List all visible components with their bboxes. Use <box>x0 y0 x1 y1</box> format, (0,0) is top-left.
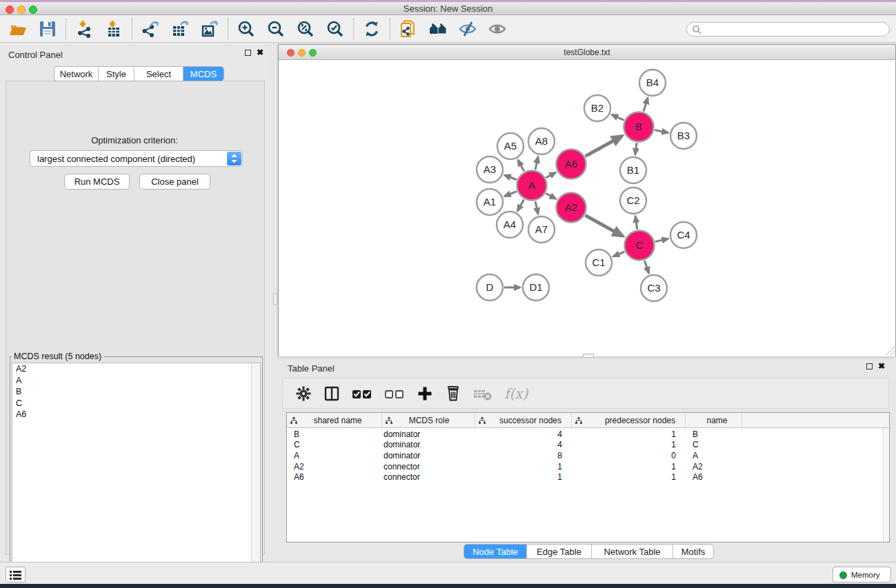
node-B1[interactable]: B1 <box>620 157 646 183</box>
edge-A-A6 <box>546 172 556 178</box>
svg-text:B1: B1 <box>627 164 639 176</box>
table-cell: A6 <box>686 472 742 483</box>
tab-select[interactable]: Select <box>135 67 183 81</box>
import-table-icon[interactable] <box>105 20 123 38</box>
edge-A-A5 <box>518 160 524 171</box>
node-A5[interactable]: A5 <box>497 133 524 159</box>
network-view-window[interactable]: testGlobe.txt AA1A2A3A4A5A6A7A8BB1B2B3B4… <box>278 44 896 356</box>
network-graph: AA1A2A3A4A5A6A7A8BB1B2B3B4CC1C2C3C4DD1 <box>279 60 895 356</box>
export-network-icon[interactable] <box>141 20 159 38</box>
memory-label: Memory <box>851 571 880 579</box>
app-title: Session: New Session <box>0 3 896 14</box>
column-header-successor-nodes[interactable]: successor nodes <box>475 413 572 427</box>
app-titlebar[interactable]: Session: New Session <box>0 2 896 15</box>
table-row[interactable]: Cdominator41C <box>287 439 889 450</box>
column-header-MCDS-role[interactable]: MCDS role <box>382 413 475 427</box>
export-image-icon[interactable] <box>201 20 219 38</box>
save-session-icon[interactable] <box>39 20 57 38</box>
result-list-item[interactable]: A6 <box>12 409 260 420</box>
column-header-shared-name[interactable]: shared name <box>287 413 382 427</box>
result-list-scrollbar[interactable] <box>251 363 260 588</box>
function-builder-icon[interactable]: f(x) <box>504 385 528 402</box>
table-cell: 0 <box>572 449 686 460</box>
network-window-title: testGlobe.txt <box>279 48 895 57</box>
network-window-titlebar[interactable]: testGlobe.txt <box>279 45 895 60</box>
edge-A-A3 <box>505 175 517 180</box>
node-B[interactable]: B <box>624 112 654 142</box>
node-C3[interactable]: C3 <box>641 275 667 301</box>
import-network-icon[interactable] <box>75 20 93 38</box>
table-row[interactable]: Adominator80A <box>287 449 889 460</box>
delete-column-icon[interactable] <box>445 385 461 402</box>
float-table-panel-icon[interactable] <box>866 363 873 369</box>
node-A2[interactable]: A2 <box>557 193 586 223</box>
node-A4[interactable]: A4 <box>497 212 523 238</box>
close-panel-icon[interactable]: ✖ <box>257 49 263 56</box>
result-list-item[interactable]: B <box>12 386 260 398</box>
result-list-item[interactable]: A2 <box>12 363 260 375</box>
table-row[interactable]: A2connector11A2 <box>287 460 889 472</box>
node-A3[interactable]: A3 <box>477 156 503 183</box>
refresh-icon[interactable] <box>363 20 381 38</box>
node-A7[interactable]: A7 <box>528 216 555 243</box>
tab-mcds[interactable]: MCDS <box>183 67 223 81</box>
node-table-body: Bdominator41BCdominator41CAdominator80AA… <box>287 428 889 482</box>
node-C4[interactable]: C4 <box>670 222 697 248</box>
node-B3[interactable]: B3 <box>670 123 697 149</box>
node-C2[interactable]: C2 <box>620 187 646 214</box>
table-row[interactable]: A6connector11A6 <box>287 472 889 483</box>
node-A[interactable]: A <box>517 171 547 201</box>
close-panel-button[interactable]: Close panel <box>139 174 210 190</box>
float-panel-icon[interactable] <box>245 50 251 56</box>
run-mcds-button[interactable]: Run MCDS <box>64 174 130 190</box>
hide-graphics-details-icon[interactable] <box>459 20 477 38</box>
node-A6[interactable]: A6 <box>557 150 586 179</box>
close-table-panel-icon[interactable]: ✖ <box>878 363 885 369</box>
desktop-background-strip <box>0 584 896 588</box>
table-row[interactable]: Bdominator41B <box>287 428 889 439</box>
tab-motifs[interactable]: Motifs <box>673 545 713 558</box>
column-visibility-icon[interactable] <box>323 385 340 402</box>
result-list-item[interactable]: C <box>12 398 260 409</box>
memory-button[interactable]: Memory <box>833 567 891 582</box>
node-A1[interactable]: A1 <box>477 189 503 215</box>
node-B2[interactable]: B2 <box>584 95 610 121</box>
search-input[interactable] <box>686 22 890 37</box>
vertical-split-handle[interactable] <box>273 294 277 305</box>
network-canvas[interactable]: AA1A2A3A4A5A6A7A8BB1B2B3B4CC1C2C3C4DD1 <box>279 60 895 356</box>
node-D[interactable]: D <box>477 274 503 301</box>
table-scrollbar[interactable] <box>883 428 889 542</box>
node-C1[interactable]: C1 <box>586 250 612 276</box>
delete-table-icon[interactable] <box>473 385 492 402</box>
houses-icon[interactable] <box>429 20 447 38</box>
table-settings-gear-icon[interactable] <box>295 385 312 402</box>
tab-network[interactable]: Network <box>54 67 99 81</box>
zoom-fit-icon[interactable] <box>297 20 315 38</box>
node-B4[interactable]: B4 <box>639 70 666 96</box>
column-header-name[interactable]: name <box>686 413 742 427</box>
export-table-icon[interactable] <box>171 20 189 38</box>
tab-edge-table[interactable]: Edge Table <box>527 545 592 558</box>
zoom-selected-icon[interactable] <box>326 20 344 38</box>
node-D1[interactable]: D1 <box>523 274 549 301</box>
new-network-from-selection-icon[interactable] <box>399 20 417 38</box>
criterion-dropdown[interactable]: largest connected component (directed) <box>30 150 243 167</box>
column-header-predecessor-nodes[interactable]: predecessor nodes <box>572 413 686 427</box>
open-session-icon[interactable] <box>9 20 27 38</box>
horizontal-split-handle[interactable] <box>583 354 594 358</box>
deselect-all-checkboxes-icon[interactable] <box>384 385 405 402</box>
add-column-icon[interactable] <box>417 385 433 402</box>
tab-style[interactable]: Style <box>99 67 135 81</box>
result-list-item[interactable]: A <box>12 375 260 387</box>
mcds-result-list[interactable]: A2ABCA6 <box>12 363 261 588</box>
select-all-checkboxes-icon[interactable] <box>352 385 372 402</box>
show-graphics-details-icon[interactable] <box>488 20 506 38</box>
task-history-button[interactable] <box>6 567 26 582</box>
tab-network-table[interactable]: Network Table <box>592 545 673 558</box>
node-A8[interactable]: A8 <box>528 128 555 154</box>
zoom-in-icon[interactable] <box>237 20 255 38</box>
zoom-out-icon[interactable] <box>267 20 285 38</box>
svg-text:D1: D1 <box>529 281 542 293</box>
node-C[interactable]: C <box>625 231 655 261</box>
tab-node-table[interactable]: Node Table <box>464 545 527 558</box>
